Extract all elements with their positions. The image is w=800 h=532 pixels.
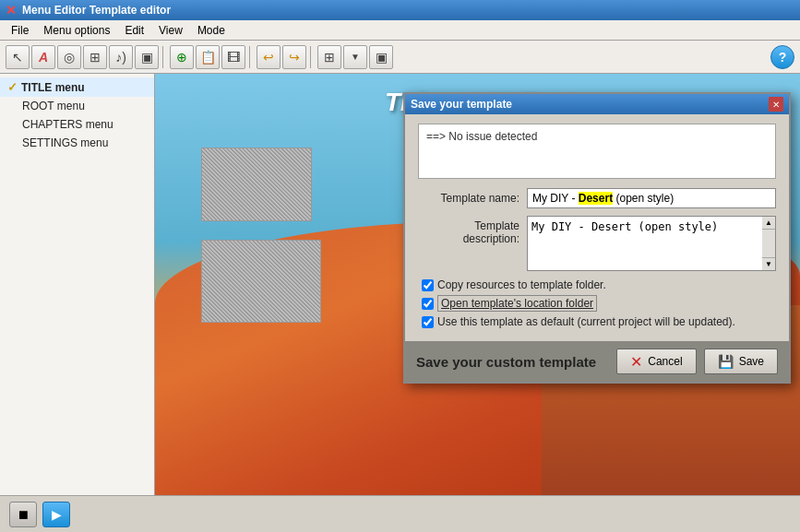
menu-options[interactable]: Menu options [36,22,117,39]
grid-opts-btn[interactable]: ▼ [343,45,367,69]
checkbox3-row: Use this template as default (current pr… [418,315,776,328]
copy-resources-label[interactable]: Copy resources to template folder. [437,278,606,291]
play-btn[interactable]: ▶ [42,502,70,527]
scroll-down-arrow[interactable]: ▼ [762,257,775,270]
template-desc-input[interactable]: My DIY - Desert (open style) [527,216,762,271]
menu-view[interactable]: View [151,22,190,39]
audio-tool-btn[interactable]: ♪) [109,45,133,69]
cancel-btn[interactable]: ✕ Cancel [616,349,696,374]
sidebar-item-label: CHAPTERS menu [22,118,113,131]
help-btn[interactable]: ? [770,45,794,69]
template-desc-label: Template description: [418,219,519,245]
save-btn[interactable]: 💾 Save [704,349,778,374]
save-icon: 💾 [718,354,734,369]
dialog-message-text: ==> No issue detected [426,130,537,143]
scroll-up-arrow[interactable]: ▲ [762,217,775,230]
dialog-footer: Save your custom template ✕ Cancel 💾 Sav… [405,341,789,382]
check-icon: ✓ [7,80,18,94]
menu-edit[interactable]: Edit [117,22,151,39]
separator1 [162,46,166,68]
checkbox1-row: Copy resources to template folder. [418,278,776,291]
play-icon: ▶ [52,507,62,522]
set-default-checkbox[interactable] [422,316,434,328]
layer-tool-btn[interactable]: ⊞ [83,45,107,69]
template-name-row: Template name: My DIY - Desert (open sty… [418,188,776,208]
grid-btn[interactable]: ⊞ [317,45,341,69]
undo-btn[interactable]: ↩ [257,45,281,69]
stop-icon: ⏹ [17,507,30,522]
main-layout: ✓ TITLE menu ROOT menu CHAPTERS menu SET… [0,74,800,495]
menu-bar: File Menu options Edit View Mode [0,20,800,41]
title-bar: ✕ Menu Editor Template editor [0,0,800,20]
menu-mode[interactable]: Mode [190,22,233,39]
menu-file[interactable]: File [4,22,36,39]
sidebar-item-title-menu[interactable]: ✓ TITLE menu [0,77,154,97]
toolbar: ↖ A ◎ ⊞ ♪) ▣ ⊕ 📋 🎞 ↩ ↪ ⊞ ▼ ▣ ? [0,41,800,74]
dialog-close-btn[interactable]: ✕ [769,97,783,112]
cancel-icon: ✕ [630,353,642,371]
bottom-bar: ⏹ ▶ [0,495,800,532]
sidebar: ✓ TITLE menu ROOT menu CHAPTERS menu SET… [0,74,155,495]
copy-resources-checkbox[interactable] [422,279,434,291]
cursor-tool-btn[interactable]: ↖ [6,45,30,69]
preview-btn[interactable]: ▣ [369,45,393,69]
import-tool-btn[interactable]: 📋 [196,45,220,69]
footer-buttons: ✕ Cancel 💾 Save [616,349,778,374]
dialog-title: Save your template [411,98,512,111]
open-location-checkbox[interactable] [422,298,434,310]
dialog-titlebar: Save your template ✕ [405,94,789,114]
add-tool-btn[interactable]: ⊕ [170,45,194,69]
title-bar-text: Menu Editor Template editor [22,4,171,17]
textarea-scrollbar: ▲ ▼ [762,216,776,271]
sidebar-item-settings-menu[interactable]: SETTINGS menu [0,134,154,152]
sidebar-item-chapters-menu[interactable]: CHAPTERS menu [0,115,154,134]
set-default-label[interactable]: Use this template as default (current pr… [437,315,735,328]
checkbox2-row: Open template's location folder [418,295,776,312]
sidebar-item-label: TITLE menu [21,81,85,94]
template-desc-wrapper: My DIY - Desert (open style) ▲ ▼ [527,216,776,271]
film-tool-btn[interactable]: 🎞 [221,45,245,69]
separator3 [310,46,314,68]
cancel-label: Cancel [648,355,682,368]
separator2 [249,46,253,68]
sidebar-item-root-menu[interactable]: ROOT menu [0,97,154,115]
save-label: Save [739,355,764,368]
content-area: Titleset #1 Text Save your template ✕ ==… [155,74,800,495]
template-name-label: Template name: [418,192,519,205]
open-location-label[interactable]: Open template's location folder [437,295,597,312]
dialog-message: ==> No issue detected [418,124,776,179]
redo-btn[interactable]: ↪ [282,45,306,69]
dialog-content: ==> No issue detected Template name: My … [405,114,789,341]
sidebar-item-label: SETTINGS menu [22,136,108,149]
template-desc-row: Template description: My DIY - Desert (o… [418,216,776,271]
footer-title: Save your custom template [416,354,596,370]
video-tool-btn[interactable]: ▣ [135,45,159,69]
stop-btn[interactable]: ⏹ [9,502,37,527]
text-tool-btn[interactable]: A [31,45,55,69]
eye-tool-btn[interactable]: ◎ [57,45,81,69]
sidebar-item-label: ROOT menu [22,100,85,112]
template-name-input[interactable] [527,188,776,208]
app-icon: ✕ [6,3,17,18]
dialog-overlay: Save your template ✕ ==> No issue detect… [155,74,800,495]
save-template-dialog: Save your template ✕ ==> No issue detect… [403,92,791,384]
